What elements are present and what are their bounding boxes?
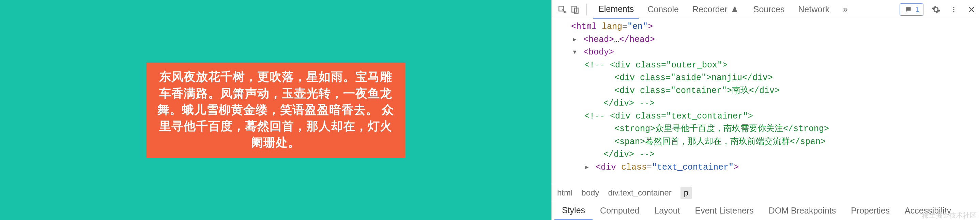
subtab-accessibility[interactable]: Accessibility [897,201,959,220]
svg-point-5 [953,11,955,12]
dom-line[interactable]: <div class="aside">nanjiu</div> [560,71,980,84]
tab-elements[interactable]: Elements [593,0,639,19]
tab-console[interactable]: Console [642,0,684,19]
crumb-p[interactable]: p [681,187,692,199]
inspect-icon[interactable] [557,5,567,15]
devtools-toolbar: Elements Console Recorder Sources Networ… [552,0,980,19]
text-container-box: 东风夜放花千树，更吹落，星如雨。宝马雕车香满路。凤箫声动，玉壶光转，一夜鱼龙舞。… [146,62,405,157]
device-toggle-icon[interactable] [570,5,580,15]
dom-line[interactable]: ▸ <div class="text_container"> [560,161,980,174]
dom-line[interactable]: </div> --> [560,97,980,110]
tag: <html [571,22,602,32]
dom-line[interactable]: <span>蓦然回首，那人却在，南玖前端交流群</span> [560,136,980,149]
tag: <head> [583,35,614,44]
tab-sources[interactable]: Sources [748,0,790,19]
tab-recorder[interactable]: Recorder [687,0,745,19]
tag: <div [596,163,621,173]
elements-subpanel-tabs: Styles Computed Layout Event Listeners D… [552,201,980,220]
dom-line[interactable]: </div> --> [560,148,980,161]
crumb-html[interactable]: html [557,188,573,198]
tab-recorder-label: Recorder [692,5,727,14]
dom-line[interactable]: <!-- <div class="outer_box"> [560,59,980,72]
subtab-layout[interactable]: Layout [647,201,687,220]
dom-line[interactable]: <div class="container">南玖</div> [560,84,980,97]
dom-line[interactable]: ▾ <body> [560,46,980,59]
dom-line[interactable]: <html lang="en"> [560,21,980,33]
val: "en" [627,22,648,32]
subtab-styles[interactable]: Styles [554,201,593,220]
tag: <body> [583,47,614,57]
comment: </div> --> [603,149,655,159]
issues-icon [903,5,913,15]
tabs-overflow[interactable]: » [838,0,853,19]
rendered-page-panel: 东风夜放花千树，更吹落，星如雨。宝马雕车香满路。凤箫声动，玉壶光转，一夜鱼龙舞。… [0,0,551,220]
comment: <strong>众里寻他千百度，南玖需要你关注</strong> [614,124,829,134]
elements-dom-tree[interactable]: <html lang="en"> ▸ <head>…</head> ▾ <bod… [552,19,980,184]
comment: <!-- <div class="outer_box"> [584,60,727,70]
issues-badge[interactable]: 1 [900,3,923,16]
settings-icon[interactable] [931,5,941,15]
toolbar-separator [586,4,587,15]
punct: = [622,22,627,32]
tag: > [648,22,653,32]
attr: lang [602,22,622,32]
toolbar-right: 1 [900,3,977,16]
subtab-computed[interactable]: Computed [593,201,647,220]
tag: > [733,163,739,173]
expand-tri[interactable]: ▸ [584,161,590,174]
svg-point-4 [953,9,955,10]
subtab-event-listeners[interactable]: Event Listeners [687,201,761,220]
comment: <div class="container">南玖</div> [614,86,780,96]
elements-breadcrumb: html body div.text_container p [552,184,980,201]
crumb-div[interactable]: div.text_container [608,188,671,198]
crumb-body[interactable]: body [581,188,599,198]
comment: </div> --> [603,98,655,108]
close-devtools-icon[interactable] [966,5,977,15]
devtools-panel: Elements Console Recorder Sources Networ… [551,0,980,220]
subtab-dom-breakpoints[interactable]: DOM Breakpoints [761,201,843,220]
val: "text_container" [652,163,733,173]
attr: class [621,163,647,173]
flask-icon [730,5,740,15]
punct: = [647,163,652,173]
poem-text: 东风夜放花千树，更吹落，星如雨。宝马雕车香满路。凤箫声动，玉壶光转，一夜鱼龙舞。… [158,70,394,149]
kebab-menu-icon[interactable] [949,5,959,15]
tab-network[interactable]: Network [793,0,835,19]
expand-tri[interactable]: ▸ [572,33,578,46]
comment: <div class="aside">nanjiu</div> [614,73,773,83]
comment: <span>蓦然回首，那人却在，南玖前端交流群</span> [614,137,826,147]
dom-line[interactable]: <!-- <div class="text_container"> [560,110,980,123]
comment: <!-- <div class="text_container"> [584,111,753,121]
ellipsis: … [614,35,619,44]
dom-line[interactable]: ▸ <head>…</head> [560,33,980,46]
issues-count: 1 [916,5,920,14]
dom-line[interactable]: <strong>众里寻他千百度，南玖需要你关注</strong> [560,123,980,136]
svg-point-3 [953,6,955,8]
subtab-properties[interactable]: Properties [843,201,897,220]
expand-tri[interactable]: ▾ [572,46,578,59]
tag: </head> [619,35,655,44]
